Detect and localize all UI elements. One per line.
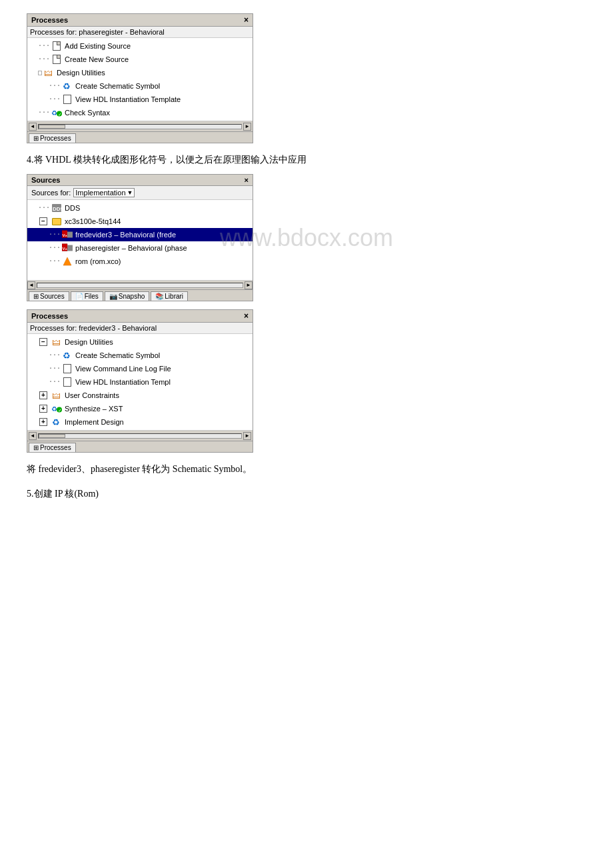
panel-1-scrollbar[interactable]: ◄ ► [27,121,253,131]
svg-text:♻: ♻ [51,109,57,117]
scroll-track-2[interactable] [37,283,243,288]
panel-2-scrollbar[interactable]: ◄ ► [27,430,253,441]
snapshots-tab-label: Snapsho [119,293,145,300]
doc-icon-3 [62,377,73,387]
libraries-tab-label: Librari [165,293,183,300]
scroll-right-2[interactable]: ► [245,281,253,289]
item-label: Create New Source [65,53,129,65]
files-tab-label: Files [85,293,99,300]
list-item[interactable]: ··· ♻ ✓ Check Syntax [27,106,253,119]
processes-panel-2-title: Processes [31,312,68,320]
panel-2-tab-bar: ⊞ Processes [27,441,253,452]
processes-panel-2: Processes × Processes for: fredevider3 -… [27,309,253,453]
list-item[interactable]: ··· rom (rom.xco) [27,255,253,268]
item-label: View HDL Instantiation Templ [75,376,171,388]
list-item[interactable]: ··· Vₙ phaseregister – Behavioral (phase [27,241,253,255]
expand-icon-2[interactable]: + [39,391,47,399]
processes-panel-2-close[interactable]: × [244,311,249,321]
svg-text:✓: ✓ [58,407,62,413]
item-label: View HDL Instantiation Template [75,93,181,105]
item-label: Create Schematic Symbol [75,349,160,361]
list-item[interactable]: − xc3s100e-5tq144 [27,215,253,228]
expand-icon-4[interactable]: + [39,418,47,426]
item-label: View Command Line Log File [75,363,171,375]
svg-text:Vₙ: Vₙ [63,233,67,237]
sources-hscrollbar[interactable]: ◄ ► [27,280,253,289]
item-label: phaseregister – Behavioral (phase [75,242,187,254]
expand-icon[interactable]: − [39,217,47,225]
tab-processes[interactable]: ⊞ Processes [29,133,76,143]
item-label: DDS [65,202,80,214]
processes-panel-1-close[interactable]: × [244,15,249,25]
plus-box-icon-3[interactable]: + [38,417,49,427]
minus-box-icon[interactable]: − [38,216,49,227]
list-item[interactable]: − 🜲 Design Utilities [27,335,253,349]
section-para-2: 将 fredevider3、phaseregister 转化为 Schemati… [27,462,586,477]
collapse-icon[interactable]: − [39,338,47,346]
tab-processes-icon: ⊞ [33,135,39,142]
list-item[interactable]: + ♻ ✓ Synthesize – XST [27,402,253,415]
plus-box-icon-2[interactable]: + [38,403,49,414]
list-item[interactable]: + 🜲 User Constraints [27,389,253,402]
list-item[interactable]: ··· ♻ Create Schematic Symbol [27,349,253,362]
sources-tab-label: Sources [40,293,65,300]
page-icon [51,54,62,65]
dropdown-arrow-icon[interactable]: ▼ [127,189,133,196]
gear-icon-2: 🜲 [51,337,62,347]
sources-for-value: Implementation [75,189,125,197]
list-item[interactable]: ··· ♻ Create Schematic Symbol [27,79,253,93]
item-label: Add Existing Source [65,40,131,52]
scroll-left-2[interactable]: ◄ [27,281,35,289]
svg-text:♻: ♻ [63,81,71,91]
tree-prefix: ··· [49,255,61,267]
list-item[interactable]: ··· Vₙ fredevider3 – Behavioral (frede [27,228,253,241]
sources-for-select[interactable]: Implementation ▼ [73,188,135,197]
sources-panel: Sources × Sources for: Implementation ▼ … [27,174,253,301]
scroll-left-arrow[interactable]: ◄ [29,123,37,131]
minus-box-icon[interactable]: − [38,337,49,347]
scroll-thumb[interactable] [39,125,65,129]
recycle-icon-3: ♻ [51,417,62,427]
list-item[interactable]: ··· View HDL Instantiation Template [27,93,253,106]
svg-text:♻: ♻ [52,417,60,427]
expand-icon-3[interactable]: + [39,405,47,413]
tab-processes-2[interactable]: ⊞ Processes [29,443,76,452]
list-item[interactable]: □ 🜲 Design Utilities [27,66,253,79]
scroll-thumb-3[interactable] [39,434,65,438]
scroll-left-3[interactable]: ◄ [29,432,37,440]
tree-prefix: ··· [49,363,61,375]
recycle-check-icon: ♻ ✓ [51,107,62,118]
tab-files[interactable]: 📄 Files [71,291,103,301]
list-item[interactable]: ··· DDS DDS [27,201,253,215]
doc-icon [62,94,73,105]
tab-sources[interactable]: ⊞ Sources [29,291,69,301]
sources-close[interactable]: × [245,176,249,184]
doc-icon-2 [62,363,73,374]
processes-panel-2-content: − 🜲 Design Utilities ··· ♻ Create Schema… [27,334,253,430]
item-label: rom (rom.xco) [75,255,121,267]
svg-text:♻: ♻ [51,405,57,413]
sources-panel-container: www.bdocx.com Sources × Sources for: Imp… [27,174,586,301]
svg-text:DDS: DDS [53,206,61,212]
scroll-track[interactable] [38,124,242,129]
list-item[interactable]: ··· Add Existing Source [27,39,253,53]
list-item[interactable]: + ♻ Implement Design [27,415,253,429]
scroll-track-3[interactable] [38,433,242,439]
files-tab-icon: 📄 [75,293,83,300]
tab-libraries[interactable]: 📚 Librari [151,291,188,301]
item-label: User Constraints [65,389,119,401]
tab-processes-label: Processes [40,135,71,142]
list-item[interactable]: ··· View Command Line Log File [27,362,253,375]
scroll-right-3[interactable]: ► [243,432,251,440]
plus-box-icon[interactable]: + [38,390,49,401]
tree-prefix: ··· [38,107,50,119]
tab-snapshots[interactable]: 📷 Snapsho [105,291,149,301]
libraries-tab-icon: 📚 [155,293,163,300]
list-item[interactable]: ··· View HDL Instantiation Templ [27,375,253,389]
tree-prefix: ··· [38,53,50,65]
tree-prefix: ··· [49,93,61,105]
scroll-right-arrow[interactable]: ► [243,123,251,131]
list-item[interactable]: ··· Create New Source [27,53,253,66]
item-label: Design Utilities [65,336,113,348]
dds-icon: DDS [51,203,62,213]
